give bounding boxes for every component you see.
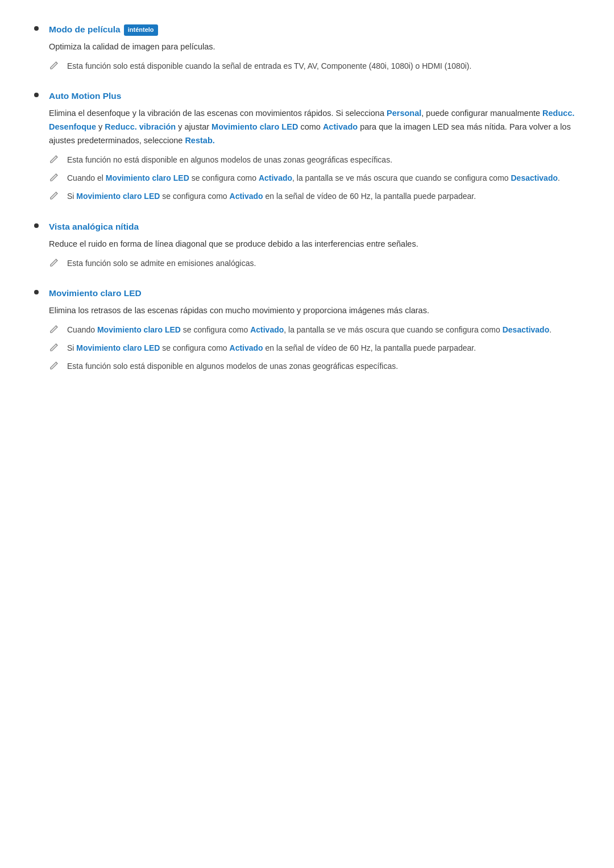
note-text: Esta función solo se admite en emisiones… xyxy=(67,257,256,269)
note-item: Cuando el Movimiento claro LED se config… xyxy=(49,172,580,184)
bullet-dot xyxy=(34,290,39,294)
note-text: Esta función solo está disponible cuando… xyxy=(67,60,471,72)
pencil-icon xyxy=(49,360,59,371)
bold-link: Activado xyxy=(259,173,292,182)
section-description: Elimina el desenfoque y la vibración de … xyxy=(49,107,580,148)
section-title: Modo de películainténtelo xyxy=(49,23,580,37)
bold-link: Personal xyxy=(387,109,421,118)
section-description: Reduce el ruido en forma de línea diagon… xyxy=(49,238,580,251)
pencil-icon xyxy=(49,60,59,70)
note-text: Esta función solo está disponible en alg… xyxy=(67,360,398,372)
note-text: Cuando Movimiento claro LED se configura… xyxy=(67,323,551,336)
note-item: Esta función solo está disponible en alg… xyxy=(49,360,580,372)
section-content: Modo de películainténteloOptimiza la cal… xyxy=(49,23,580,78)
pencil-icon xyxy=(49,324,59,334)
bold-link: Activado xyxy=(230,343,263,352)
bullet-dot xyxy=(34,93,39,97)
note-item: Esta función solo se admite en emisiones… xyxy=(49,257,580,269)
bold-link: Movimiento claro LED xyxy=(76,192,160,201)
note-text: Si Movimiento claro LED se configura com… xyxy=(67,342,476,354)
section-item: Vista analógica nítidaReduce el ruido en… xyxy=(34,220,580,275)
section-description: Elimina los retrasos de las escenas rápi… xyxy=(49,304,580,318)
bold-link: Movimiento claro LED xyxy=(76,343,160,352)
section-content: Vista analógica nítidaReduce el ruido en… xyxy=(49,220,580,275)
section-item: Movimiento claro LEDElimina los retrasos… xyxy=(34,286,580,379)
pencil-icon xyxy=(49,190,59,201)
bold-link: Activado xyxy=(230,192,263,201)
section-description: Optimiza la calidad de imagen para pelíc… xyxy=(49,40,580,54)
bold-link: Movimiento claro LED xyxy=(211,122,298,131)
bold-link: Movimiento claro LED xyxy=(106,173,189,182)
note-item: Si Movimiento claro LED se configura com… xyxy=(49,342,580,354)
pencil-icon xyxy=(49,172,59,182)
note-item: Cuando Movimiento claro LED se configura… xyxy=(49,323,580,336)
pencil-icon xyxy=(49,154,59,164)
pencil-icon xyxy=(49,342,59,352)
section-content: Movimiento claro LEDElimina los retrasos… xyxy=(49,286,580,379)
note-item: Esta función solo está disponible cuando… xyxy=(49,60,580,72)
note-list: Esta función no está disponible en algun… xyxy=(49,153,580,203)
section-title: Vista analógica nítida xyxy=(49,220,580,234)
bold-link: Activado xyxy=(323,122,358,131)
bullet-dot xyxy=(34,223,39,228)
bullet-dot xyxy=(34,26,39,31)
note-list: Esta función solo está disponible cuando… xyxy=(49,60,580,72)
bold-link: Desactivado xyxy=(511,173,558,182)
intentelo-badge: inténtelo xyxy=(124,24,158,36)
section-title: Movimiento claro LED xyxy=(49,286,580,301)
note-item: Esta función no está disponible en algun… xyxy=(49,153,580,166)
bold-link: Reducc. vibración xyxy=(105,122,176,131)
bold-link: Restab. xyxy=(185,136,214,145)
note-list: Esta función solo se admite en emisiones… xyxy=(49,257,580,269)
main-content: Modo de películainténteloOptimiza la cal… xyxy=(34,23,580,379)
note-list: Cuando Movimiento claro LED se configura… xyxy=(49,323,580,373)
note-text: Si Movimiento claro LED se configura com… xyxy=(67,190,476,202)
bold-link: Desactivado xyxy=(503,325,549,334)
note-text: Esta función no está disponible en algun… xyxy=(67,153,392,166)
note-text: Cuando el Movimiento claro LED se config… xyxy=(67,172,560,184)
section-item: Auto Motion PlusElimina el desenfoque y … xyxy=(34,89,580,209)
bold-link: Movimiento claro LED xyxy=(97,325,181,334)
section-item: Modo de películainténteloOptimiza la cal… xyxy=(34,23,580,78)
section-content: Auto Motion PlusElimina el desenfoque y … xyxy=(49,89,580,209)
bold-link: Activado xyxy=(250,325,284,334)
pencil-icon xyxy=(49,258,59,268)
note-item: Si Movimiento claro LED se configura com… xyxy=(49,190,580,202)
section-title: Auto Motion Plus xyxy=(49,89,580,103)
